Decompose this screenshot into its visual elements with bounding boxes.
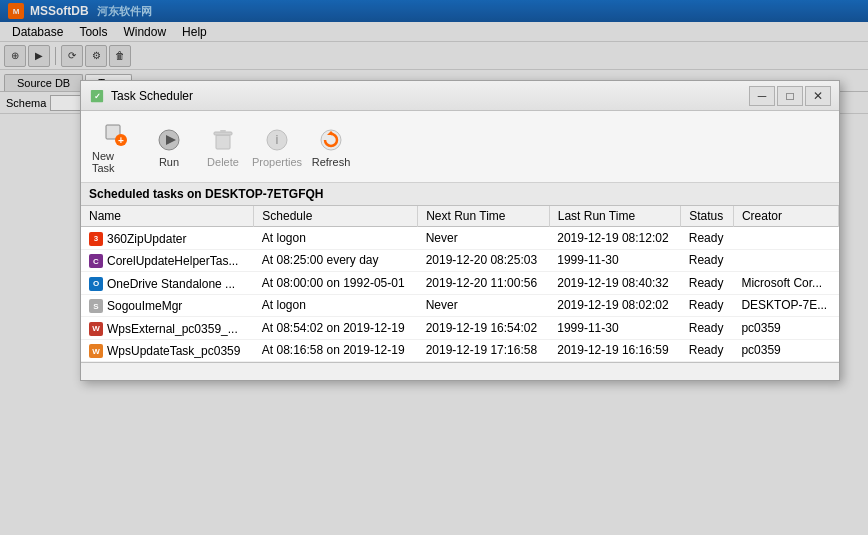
task-icon: W (89, 322, 103, 336)
task-next-run: Never (418, 227, 550, 250)
task-titlebar: ✓ Task Scheduler ─ □ ✕ (81, 81, 839, 111)
table-row[interactable]: W WpsExternal_pc0359_... At 08:54:02 on … (81, 317, 839, 340)
task-creator: pc0359 (733, 339, 838, 362)
delete-button[interactable]: Delete (197, 121, 249, 172)
task-status: Ready (681, 249, 734, 272)
run-label: Run (159, 156, 179, 168)
new-task-button[interactable]: + New Task (89, 115, 141, 178)
task-status: Ready (681, 272, 734, 295)
task-name: 360ZipUpdater (107, 232, 186, 246)
task-next-run: 2019-12-19 16:54:02 (418, 317, 550, 340)
task-name-cell: W WpsUpdateTask_pc0359 (81, 339, 254, 362)
run-icon (155, 126, 183, 154)
new-task-label: New Task (92, 150, 138, 174)
task-table-container[interactable]: Name Schedule Next Run Time Last Run Tim… (81, 206, 839, 362)
delete-icon (209, 126, 237, 154)
svg-text:✓: ✓ (94, 91, 101, 100)
task-statusbar (81, 362, 839, 380)
task-status: Ready (681, 317, 734, 340)
task-row-icon: S SogouImeMgr (89, 299, 182, 313)
task-creator: DESKTOP-7E... (733, 294, 838, 317)
task-last-run: 1999-11-30 (549, 249, 681, 272)
new-task-icon: + (101, 120, 129, 148)
task-name: WpsExternal_pc0359_... (107, 322, 238, 336)
col-last-run[interactable]: Last Run Time (549, 206, 681, 227)
task-header-text: Scheduled tasks on DESKTOP-7ETGFQH (89, 187, 324, 201)
task-window-title: Task Scheduler (111, 89, 749, 103)
col-status[interactable]: Status (681, 206, 734, 227)
task-schedule: At 08:16:58 on 2019-12-19 (254, 339, 418, 362)
refresh-button[interactable]: Refresh (305, 121, 357, 172)
run-button[interactable]: Run (143, 121, 195, 172)
svg-rect-8 (214, 132, 232, 135)
table-row[interactable]: O OneDrive Standalone ... At 08:00:00 on… (81, 272, 839, 295)
properties-button[interactable]: i Properties (251, 121, 303, 172)
refresh-label: Refresh (312, 156, 351, 168)
col-name[interactable]: Name (81, 206, 254, 227)
svg-rect-7 (216, 135, 230, 149)
svg-text:i: i (275, 133, 278, 147)
task-last-run: 2019-12-19 08:02:02 (549, 294, 681, 317)
task-name: OneDrive Standalone ... (107, 277, 235, 291)
modal-overlay: ✓ Task Scheduler ─ □ ✕ (0, 0, 868, 535)
task-icon: S (89, 299, 103, 313)
svg-text:+: + (118, 135, 124, 146)
task-schedule: At 08:25:00 every day (254, 249, 418, 272)
task-creator: pc0359 (733, 317, 838, 340)
task-next-run: 2019-12-20 08:25:03 (418, 249, 550, 272)
task-scheduler-window: ✓ Task Scheduler ─ □ ✕ (80, 80, 840, 381)
task-status: Ready (681, 339, 734, 362)
task-last-run: 1999-11-30 (549, 317, 681, 340)
minimize-button[interactable]: ─ (749, 86, 775, 106)
table-header-row: Name Schedule Next Run Time Last Run Tim… (81, 206, 839, 227)
refresh-icon (317, 126, 345, 154)
task-name: CorelUpdateHelperTas... (107, 254, 238, 268)
task-last-run: 2019-12-19 08:40:32 (549, 272, 681, 295)
table-row[interactable]: S SogouImeMgr At logon Never 2019-12-19 … (81, 294, 839, 317)
task-name-cell: 3 360ZipUpdater (81, 227, 254, 250)
task-status: Ready (681, 294, 734, 317)
delete-label: Delete (207, 156, 239, 168)
task-icon: O (89, 277, 103, 291)
col-next-run[interactable]: Next Run Time (418, 206, 550, 227)
task-next-run: 2019-12-20 11:00:56 (418, 272, 550, 295)
task-header-bar: Scheduled tasks on DESKTOP-7ETGFQH (81, 183, 839, 206)
task-schedule: At 08:00:00 on 1992-05-01 (254, 272, 418, 295)
table-row[interactable]: W WpsUpdateTask_pc0359 At 08:16:58 on 20… (81, 339, 839, 362)
task-name: WpsUpdateTask_pc0359 (107, 344, 240, 358)
properties-label: Properties (252, 156, 302, 168)
maximize-button[interactable]: □ (777, 86, 803, 106)
task-schedule: At logon (254, 227, 418, 250)
task-row-icon: W WpsUpdateTask_pc0359 (89, 344, 240, 358)
task-row-icon: O OneDrive Standalone ... (89, 277, 235, 291)
task-next-run: Never (418, 294, 550, 317)
task-icon: C (89, 254, 103, 268)
task-name-cell: O OneDrive Standalone ... (81, 272, 254, 295)
task-last-run: 2019-12-19 16:16:59 (549, 339, 681, 362)
task-row-icon: W WpsExternal_pc0359_... (89, 322, 238, 336)
task-name-cell: W WpsExternal_pc0359_... (81, 317, 254, 340)
task-name-cell: S SogouImeMgr (81, 294, 254, 317)
task-row-icon: 3 360ZipUpdater (89, 232, 186, 246)
task-title-icon: ✓ (89, 88, 105, 104)
task-creator (733, 227, 838, 250)
close-button[interactable]: ✕ (805, 86, 831, 106)
task-name: SogouImeMgr (107, 299, 182, 313)
properties-icon: i (263, 126, 291, 154)
task-schedule: At 08:54:02 on 2019-12-19 (254, 317, 418, 340)
task-schedule: At logon (254, 294, 418, 317)
table-row[interactable]: C CorelUpdateHelperTas... At 08:25:00 ev… (81, 249, 839, 272)
table-row[interactable]: 3 360ZipUpdater At logon Never 2019-12-1… (81, 227, 839, 250)
col-schedule[interactable]: Schedule (254, 206, 418, 227)
task-next-run: 2019-12-19 17:16:58 (418, 339, 550, 362)
col-creator[interactable]: Creator (733, 206, 838, 227)
task-name-cell: C CorelUpdateHelperTas... (81, 249, 254, 272)
task-icon: W (89, 344, 103, 358)
task-creator (733, 249, 838, 272)
task-toolbar: + New Task Run (81, 111, 839, 183)
task-icon: 3 (89, 232, 103, 246)
task-creator: Microsoft Cor... (733, 272, 838, 295)
task-last-run: 2019-12-19 08:12:02 (549, 227, 681, 250)
task-status: Ready (681, 227, 734, 250)
task-table: Name Schedule Next Run Time Last Run Tim… (81, 206, 839, 362)
